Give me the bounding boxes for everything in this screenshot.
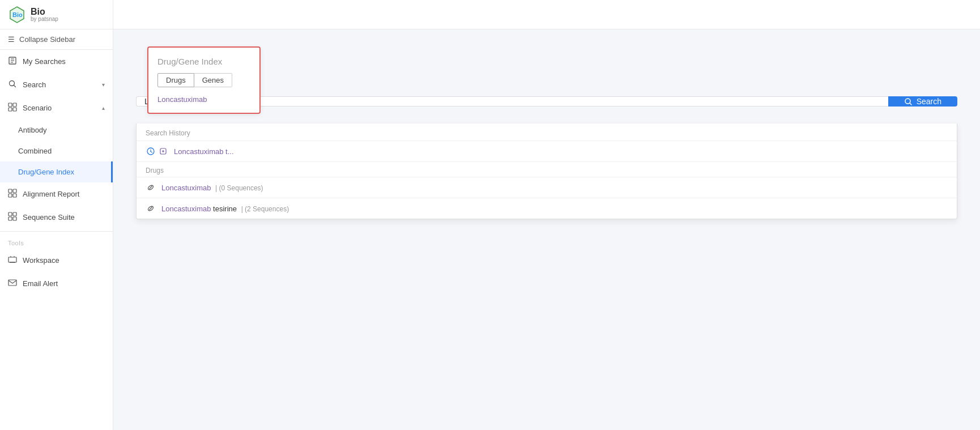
email-alert-label: Email Alert [23,279,58,288]
search-button[interactable]: Search [888,96,957,107]
search-label: Search [23,80,46,89]
email-alert-icon [8,278,17,289]
svg-line-7 [14,85,15,87]
drug-gene-popover: Drug/Gene Index Drugs Genes Loncastuxima… [147,46,261,114]
sidebar-item-email-alert[interactable]: Email Alert [0,272,113,295]
popover-title: Drug/Gene Index [157,57,250,66]
history-clock-icon [146,146,156,156]
svg-line-29 [151,152,152,153]
svg-rect-19 [13,217,16,220]
popover-tabs: Drugs Genes [157,73,250,87]
history-drug-icon [158,146,168,156]
search-dropdown: Search History Loncastuximab t... Drugs [136,124,957,219]
history-item-text: Loncastuximab t... [174,147,234,156]
scenario-label: Scenario [23,104,52,112]
svg-rect-8 [8,103,12,107]
svg-line-26 [909,103,911,104]
dropdown-drug-item-2[interactable]: Loncastuximab tesirine | (2 Sequences) [137,198,957,219]
history-section-label: Search History [137,124,957,141]
search-nav-icon [8,79,17,90]
search-chevron-icon: ▾ [102,82,105,88]
svg-rect-15 [13,194,16,197]
alignment-icon [8,189,17,199]
sidebar-item-my-searches[interactable]: My Searches [0,50,113,73]
drug1-icon [146,182,156,193]
workspace-label: Workspace [23,256,59,265]
svg-rect-24 [8,280,16,286]
drug-gene-index-label: Drug/Gene Index [18,168,74,176]
logo-icon: Bio [8,6,26,24]
workspace-icon [8,255,17,266]
content-area: Drug/Gene Index Drugs Genes Loncastuxima… [113,29,980,430]
drug1-text: Loncastuximab | (0 Sequences) [161,184,263,192]
topbar [113,0,980,29]
scenario-icon [8,103,17,113]
combined-label: Combined [18,147,52,155]
collapse-sidebar-button[interactable]: ☰ Collapse Sidebar [0,29,113,50]
popover-selected-drug[interactable]: Loncastuximab [157,95,250,104]
search-button-icon [904,97,913,106]
sidebar-item-scenario[interactable]: Scenario ▴ [0,96,113,120]
main-content: Drug/Gene Index Drugs Genes Loncastuxima… [113,0,980,430]
drugs-section-label: Drugs [137,162,957,177]
dropdown-drug-item-1[interactable]: Loncastuximab | (0 Sequences) [137,177,957,198]
drug2-text: Loncastuximab tesirine | (2 Sequences) [161,205,289,213]
sidebar-item-antibody[interactable]: Antibody [0,120,113,141]
collapse-icon: ☰ [8,35,15,44]
drug2-icon [146,203,156,214]
drug2-suffix: tesirine [213,205,237,213]
dropdown-history-item[interactable]: Loncastuximab t... [137,141,957,161]
sidebar: Bio Bio by patsnap ☰ Collapse Sidebar My… [0,0,113,430]
app-subtitle: by patsnap [31,16,58,22]
drug2-sequences: | (2 Sequences) [241,205,289,213]
my-searches-icon [8,56,17,67]
sidebar-item-search[interactable]: Search ▾ [0,73,113,96]
logo-area: Bio Bio by patsnap [0,0,113,29]
alignment-report-label: Alignment Report [23,190,79,198]
svg-rect-16 [8,212,12,216]
svg-rect-10 [8,108,12,111]
svg-text:Bio: Bio [12,11,23,18]
search-button-label: Search [917,97,941,106]
svg-rect-17 [13,212,16,216]
sidebar-item-sequence-suite[interactable]: Sequence Suite [0,206,113,229]
tab-genes[interactable]: Genes [194,73,232,87]
svg-rect-18 [8,217,12,220]
drug2-name: Loncastuximab [161,205,211,213]
scenario-chevron-icon: ▴ [102,105,105,111]
drug1-name: Loncastuximab [161,184,211,192]
sequence-icon [8,212,17,223]
tools-section-label: Tools [0,234,113,249]
sidebar-item-workspace[interactable]: Workspace [0,249,113,272]
sidebar-item-alignment-report[interactable]: Alignment Report [0,182,113,206]
my-searches-label: My Searches [23,57,66,66]
collapse-label: Collapse Sidebar [19,35,75,44]
tab-drugs[interactable]: Drugs [157,73,194,87]
svg-rect-13 [13,189,16,193]
history-item-label: Loncastuximab t... [174,147,234,156]
sequence-suite-label: Sequence Suite [23,213,75,222]
svg-rect-11 [13,108,16,111]
drug1-sequences: | (0 Sequences) [215,184,263,192]
antibody-label: Antibody [18,126,47,134]
svg-rect-9 [13,103,16,107]
sidebar-item-combined[interactable]: Combined [0,141,113,161]
svg-rect-20 [8,257,16,262]
app-name: Bio [31,7,58,16]
sidebar-divider [0,231,113,232]
sidebar-item-drug-gene-index[interactable]: Drug/Gene Index [0,161,113,182]
svg-rect-12 [8,189,12,193]
svg-rect-14 [8,194,12,197]
